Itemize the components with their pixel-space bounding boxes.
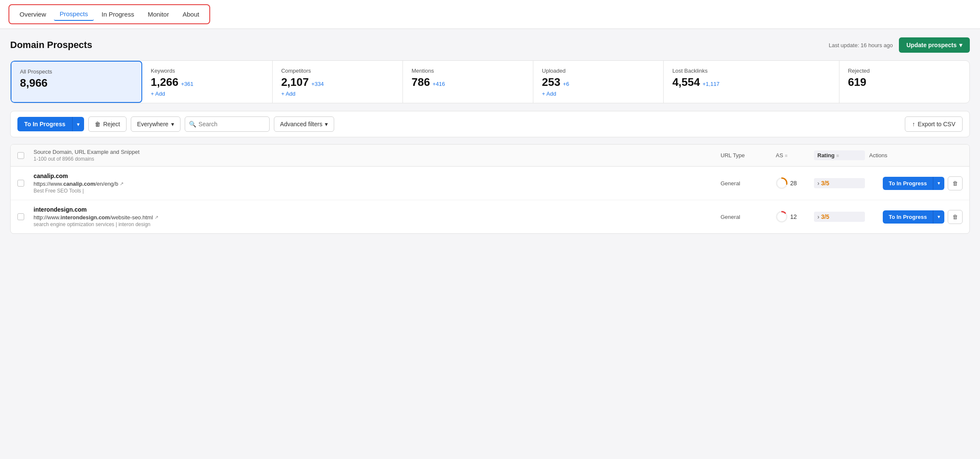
update-prospects-button[interactable]: Update prospects ▾ <box>899 37 970 53</box>
external-link-icon[interactable]: ↗ <box>155 215 158 220</box>
external-link-icon[interactable]: ↗ <box>120 181 124 187</box>
row-to-in-progress-chevron[interactable]: ▾ <box>933 210 944 224</box>
header-right: Last update: 16 hours ago Update prospec… <box>829 37 970 53</box>
stat-number-lost-backlinks: 4,554 <box>672 76 700 89</box>
as-sort-icon[interactable]: ≡ <box>785 153 787 158</box>
stat-card-lost-backlinks[interactable]: Lost Backlinks4,554+1,117 <box>664 61 839 103</box>
chevron-down-icon: ▾ <box>959 42 962 48</box>
to-in-progress-chevron[interactable]: ▾ <box>72 117 84 131</box>
trash-icon: 🗑 <box>952 214 958 220</box>
donut-chart <box>776 177 788 189</box>
row-to-in-progress-split[interactable]: To In Progress ▾ <box>883 210 944 224</box>
stat-label-competitors: Competitors <box>281 68 394 74</box>
stat-delta-competitors: +334 <box>311 81 324 87</box>
trash-icon: 🗑 <box>95 121 101 128</box>
header-rating-col: Rating ≡ <box>814 150 865 160</box>
toolbar: To In Progress ▾ 🗑 Reject Everywhere ▾ 🔍… <box>10 111 970 137</box>
page-title: Domain Prospects <box>10 40 92 51</box>
row-to-in-progress-chevron[interactable]: ▾ <box>933 177 944 190</box>
stat-delta-keywords: +361 <box>181 81 193 87</box>
nav-item-monitor[interactable]: Monitor <box>142 8 175 20</box>
trash-icon: 🗑 <box>952 180 958 187</box>
rating-value: 3/5 <box>821 213 829 220</box>
header-as-col: AS ≡ <box>776 152 810 159</box>
as-score-cell: 12 <box>776 211 810 223</box>
stat-card-uploaded[interactable]: Uploaded253+6+ Add <box>533 61 664 103</box>
nav-item-in-progress[interactable]: In Progress <box>96 8 140 20</box>
table-body: canalip.com https://www.canalip.com/en/e… <box>11 167 969 233</box>
main-content: Domain Prospects Last update: 16 hours a… <box>0 29 980 242</box>
urltype-header-label: URL Type <box>721 152 772 159</box>
stat-add-uploaded[interactable]: + Add <box>542 91 655 97</box>
stat-card-mentions[interactable]: Mentions786+416 <box>403 61 533 103</box>
stat-card-keywords[interactable]: Keywords1,266+361+ Add <box>142 61 273 103</box>
nav-inner: OverviewProspectsIn ProgressMonitorAbout <box>8 4 210 24</box>
stat-add-competitors[interactable]: + Add <box>281 91 394 97</box>
rating-cell: › 3/5 <box>814 178 865 188</box>
actions-cell: To In Progress ▾ 🗑 <box>869 176 963 190</box>
nav-item-prospects[interactable]: Prospects <box>54 8 94 21</box>
as-score: 12 <box>776 211 810 223</box>
toolbar-right: ↑ Export to CSV <box>905 116 963 132</box>
everywhere-label: Everywhere <box>137 121 169 128</box>
row-delete-button[interactable]: 🗑 <box>948 176 963 190</box>
stat-delta-mentions: +416 <box>433 81 445 87</box>
actions-cell: To In Progress ▾ 🗑 <box>869 210 963 224</box>
domain-cell: interondesign.com http://www.interondesi… <box>34 206 716 227</box>
stat-value-lost-backlinks: 4,554+1,117 <box>672 76 831 89</box>
stat-value-all-prospects: 8,966 <box>20 76 133 90</box>
stat-add-keywords[interactable]: + Add <box>151 91 264 97</box>
row-to-in-progress-button[interactable]: To In Progress <box>883 210 933 224</box>
reject-button[interactable]: 🗑 Reject <box>88 116 127 132</box>
stat-value-rejected: 619 <box>848 76 961 89</box>
table-container: Source Domain, URL Example and Snippet 1… <box>10 144 970 234</box>
stat-label-lost-backlinks: Lost Backlinks <box>672 68 831 74</box>
row-delete-button[interactable]: 🗑 <box>948 210 963 224</box>
domain-cell: canalip.com https://www.canalip.com/en/e… <box>34 173 716 194</box>
url-text: https://www.canalip.com/en/eng/b <box>34 181 118 187</box>
domain-url: http://www.interondesign.com/website-seo… <box>34 214 716 221</box>
stats-row: All Prospects8,966Keywords1,266+361+ Add… <box>10 60 970 103</box>
nav-bar: OverviewProspectsIn ProgressMonitorAbout <box>0 0 980 29</box>
row-checkbox[interactable] <box>17 213 24 220</box>
stat-card-rejected[interactable]: Rejected619 <box>839 61 969 103</box>
actions-header-label: Actions <box>869 152 963 159</box>
stat-label-all-prospects: All Prospects <box>20 68 133 75</box>
table-row: interondesign.com http://www.interondesi… <box>11 200 969 233</box>
donut-chart <box>776 211 788 223</box>
to-in-progress-button[interactable]: To In Progress <box>17 117 72 131</box>
search-input-wrap: 🔍 <box>185 116 270 132</box>
stat-number-competitors: 2,107 <box>281 76 309 89</box>
chevron-down-icon: ▾ <box>171 121 174 128</box>
row-to-in-progress-button[interactable]: To In Progress <box>883 177 933 190</box>
row-checkbox[interactable] <box>17 180 24 187</box>
domain-name: interondesign.com <box>34 206 716 213</box>
stat-card-all-prospects[interactable]: All Prospects8,966 <box>11 61 142 103</box>
export-csv-button[interactable]: ↑ Export to CSV <box>905 116 963 132</box>
export-icon: ↑ <box>912 121 915 128</box>
domain-header-label: Source Domain, URL Example and Snippet <box>34 149 716 155</box>
to-in-progress-split-button[interactable]: To In Progress ▾ <box>17 117 84 131</box>
as-number: 12 <box>790 213 797 220</box>
stat-number-keywords: 1,266 <box>151 76 178 89</box>
stat-number-mentions: 786 <box>411 76 430 89</box>
nav-item-overview[interactable]: Overview <box>14 8 52 20</box>
domain-url: https://www.canalip.com/en/eng/b ↗ <box>34 181 716 187</box>
stat-value-uploaded: 253+6 <box>542 76 655 89</box>
nav-item-about[interactable]: About <box>177 8 205 20</box>
search-icon: 🔍 <box>189 121 196 128</box>
stat-number-rejected: 619 <box>848 76 866 89</box>
url-type-cell: General <box>721 180 772 187</box>
search-input[interactable] <box>185 116 270 132</box>
everywhere-button[interactable]: Everywhere ▾ <box>131 116 180 132</box>
chevron-down-icon: ▾ <box>325 121 328 128</box>
select-all-checkbox[interactable] <box>17 152 24 159</box>
rating-sort-icon[interactable]: ≡ <box>836 153 839 158</box>
stat-card-competitors[interactable]: Competitors2,107+334+ Add <box>273 61 403 103</box>
header-row: Domain Prospects Last update: 16 hours a… <box>10 37 970 53</box>
table-header-row: Source Domain, URL Example and Snippet 1… <box>11 144 969 167</box>
as-number: 28 <box>790 180 797 187</box>
row-to-in-progress-split[interactable]: To In Progress ▾ <box>883 177 944 190</box>
advanced-filters-button[interactable]: Advanced filters ▾ <box>274 116 335 132</box>
update-prospects-label: Update prospects <box>907 42 957 48</box>
